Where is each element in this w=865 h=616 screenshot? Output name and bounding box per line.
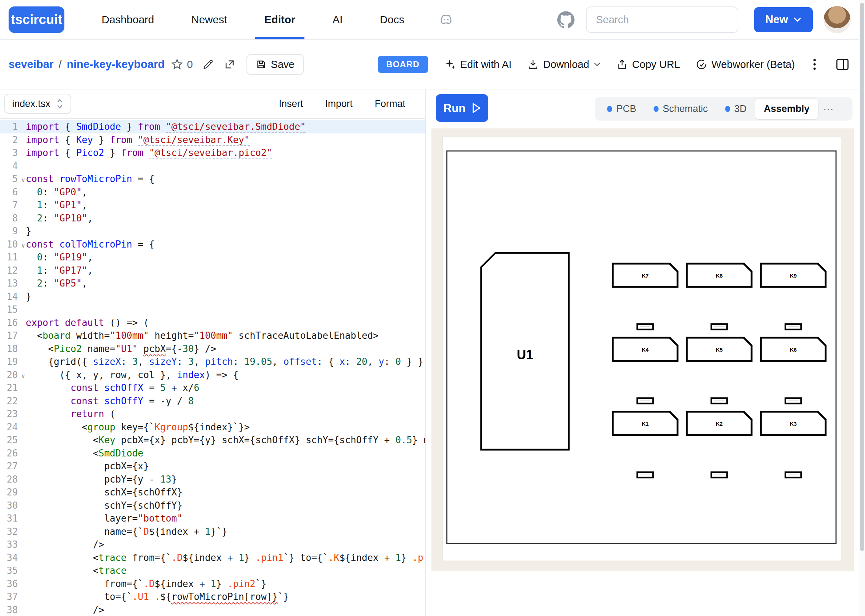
tabs-overflow-button[interactable]: ⋯ <box>818 103 840 115</box>
window-scrollbar-thumb[interactable] <box>860 3 864 551</box>
breadcrumb: seveibar / nine-key-keyboard <box>9 58 165 71</box>
line-number: 10∨ <box>0 238 24 251</box>
code-text: schX={schOffX} <box>24 486 182 499</box>
tab-3d[interactable]: 3D <box>717 99 755 119</box>
code-line-33[interactable]: 33 /> <box>0 538 425 551</box>
code-editor[interactable]: 1import { SmdDiode } from "@tsci/seveiba… <box>0 119 425 616</box>
code-line-24[interactable]: 24 <group key={`Kgroup${index}`}> <box>0 421 425 434</box>
code-line-5[interactable]: 5∨const rowToMicroPin = { <box>0 173 425 185</box>
line-number: 8 <box>0 212 24 225</box>
external-link-icon <box>224 58 236 71</box>
code-line-18[interactable]: 18 <Pico2 name="U1" pcbX={-30} /> <box>0 343 425 355</box>
code-line-6[interactable]: 6 0: "GP0", <box>0 185 425 199</box>
code-line-10[interactable]: 10∨const colToMicroPin = { <box>0 238 425 251</box>
webworker-label: Webworker (Beta) <box>711 59 795 71</box>
code-line-13[interactable]: 13 2: "GP5", <box>0 277 425 290</box>
code-line-32[interactable]: 32 name={`D${index + 1}`} <box>0 525 425 538</box>
code-line-4[interactable]: 4 <box>0 160 425 173</box>
editor-menu-format[interactable]: Format <box>375 98 405 110</box>
download-button[interactable]: Download <box>527 59 601 71</box>
code-line-8[interactable]: 8 2: "GP10", <box>0 212 425 225</box>
code-line-30[interactable]: 30 schY={schOffY} <box>0 499 425 512</box>
breadcrumb-project[interactable]: nine-key-keyboard <box>66 58 165 71</box>
code-line-9[interactable]: 9} <box>0 225 425 238</box>
code-line-38[interactable]: 38 /> <box>0 603 425 616</box>
code-line-27[interactable]: 27 pcbX={x} <box>0 460 425 473</box>
code-line-31[interactable]: 31 layer="bottom" <box>0 512 425 525</box>
code-line-22[interactable]: 22 const schOffY = -y / 8 <box>0 394 425 408</box>
save-button[interactable]: Save <box>246 54 304 75</box>
editor-menu-import[interactable]: Import <box>325 98 353 110</box>
nav-link-dashboard[interactable]: Dashboard <box>102 0 154 39</box>
code-line-3[interactable]: 3import { Pico2 } from "@tsci/seveibar.p… <box>0 146 425 160</box>
code-line-35[interactable]: 35 <trace <box>0 564 425 577</box>
editor-menu-insert[interactable]: Insert <box>279 98 303 110</box>
code-text: pcbX={x} <box>24 460 149 473</box>
code-text: const colToMicroPin = { <box>24 238 155 251</box>
code-line-14[interactable]: 14} <box>0 290 425 303</box>
file-selector[interactable]: index.tsx <box>4 94 71 114</box>
code-text: return ( <box>24 407 115 421</box>
code-line-16[interactable]: 16export default () => ( <box>0 316 425 330</box>
code-line-21[interactable]: 21 const schOffX = 5 + x/6 <box>0 381 425 394</box>
breadcrumb-owner[interactable]: seveibar <box>9 58 54 71</box>
code-line-37[interactable]: 37 to={`.U1 .${rowToMicroPin[row]}`} <box>0 590 425 603</box>
fold-arrow-icon[interactable]: ∨ <box>22 173 25 187</box>
line-number: 5∨ <box>0 173 24 185</box>
code-line-11[interactable]: 11 0: "GP19", <box>0 251 425 264</box>
code-line-34[interactable]: 34 <trace from={`.D${index + 1} .pin1`} … <box>0 551 425 564</box>
rename-button[interactable] <box>202 58 214 71</box>
tab-label: Assembly <box>764 104 810 115</box>
nav-link-newest[interactable]: Newest <box>192 0 227 39</box>
more-options-button[interactable] <box>812 58 817 71</box>
run-button[interactable]: Run <box>436 94 488 122</box>
github-icon[interactable] <box>557 11 575 28</box>
code-line-26[interactable]: 26 <SmdDiode <box>0 447 425 460</box>
code-line-25[interactable]: 25 <Key pcbX={x} pcbY={y} schX={schOffX}… <box>0 434 425 447</box>
copy-url-label: Copy URL <box>632 59 680 71</box>
code-line-19[interactable]: 19 {grid({ sizeX: 3, sizeY: 3, pitch: 19… <box>0 355 425 368</box>
code-line-12[interactable]: 12 1: "GP17", <box>0 264 425 277</box>
board-badge[interactable]: BOARD <box>378 56 428 73</box>
fold-arrow-icon[interactable]: ∨ <box>22 369 25 383</box>
code-line-2[interactable]: 2import { Key } from "@tsci/seveibar.Key… <box>0 134 425 147</box>
line-number: 19 <box>0 355 24 368</box>
code-line-20[interactable]: 20∨ ({ x, y, row, col }, index) => { <box>0 368 425 382</box>
code-line-7[interactable]: 7 1: "GP1", <box>0 198 425 212</box>
star-control[interactable]: 0 <box>171 58 193 71</box>
tab-pcb[interactable]: PCB <box>598 99 645 119</box>
code-line-36[interactable]: 36 from={`.D${index + 1} .pin2`} <box>0 577 425 591</box>
code-line-28[interactable]: 28 pcbY={y - 13} <box>0 473 425 486</box>
tab-schematic[interactable]: Schematic <box>645 99 717 119</box>
avatar[interactable] <box>824 6 851 33</box>
new-button[interactable]: New <box>754 7 813 32</box>
edit-with-ai-button[interactable]: Edit with AI <box>444 58 512 71</box>
line-number: 27 <box>0 460 24 473</box>
discord-icon[interactable] <box>439 14 454 26</box>
tscircuit-logo[interactable]: tscircuit <box>9 6 64 33</box>
code-line-1[interactable]: 1import { SmdDiode } from "@tsci/seveiba… <box>0 120 425 134</box>
nav-link-editor[interactable]: Editor <box>264 0 295 39</box>
fold-arrow-icon[interactable]: ∨ <box>22 239 25 252</box>
code-line-23[interactable]: 23 return ( <box>0 407 425 421</box>
assembly-canvas[interactable]: U1K7K8K9K4K5K6K1K2K3 <box>432 129 854 571</box>
nav-link-ai[interactable]: AI <box>332 0 342 39</box>
code-text: to={`.U1 .${rowToMicroPin[row]}`} <box>24 590 289 603</box>
chip-u1-label: U1 <box>516 347 533 362</box>
toggle-panel-button[interactable] <box>836 58 849 71</box>
new-button-label: New <box>765 13 788 26</box>
key-k3-label: K3 <box>790 421 797 427</box>
line-number: 6 <box>0 185 24 199</box>
copy-url-button[interactable]: Copy URL <box>616 59 680 71</box>
nav-link-docs[interactable]: Docs <box>380 0 404 39</box>
code-line-29[interactable]: 29 schX={schOffX} <box>0 486 425 499</box>
chevron-down-icon <box>793 17 802 22</box>
project-toolbar: seveibar / nine-key-keyboard 0 Save BOAR… <box>0 40 865 90</box>
open-external-button[interactable] <box>224 58 236 71</box>
tab-assembly[interactable]: Assembly <box>755 99 818 119</box>
code-line-15[interactable]: 15 <box>0 303 425 316</box>
webworker-toggle[interactable]: Webworker (Beta) <box>696 59 795 71</box>
window-scrollbar-track[interactable] <box>859 0 865 616</box>
search-input[interactable] <box>586 6 738 33</box>
code-line-17[interactable]: 17 <board width="100mm" height="100mm" s… <box>0 329 425 343</box>
